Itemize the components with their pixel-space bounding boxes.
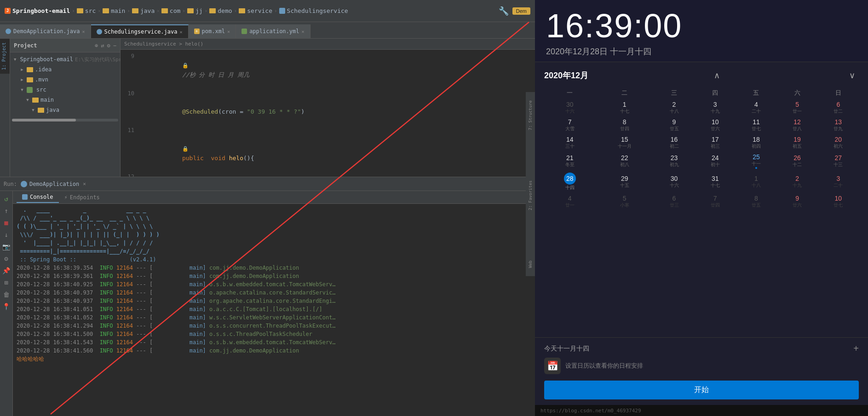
tree-java[interactable]: ▼ java: [10, 105, 120, 115]
cal-day-2-3[interactable]: 17初三: [695, 134, 736, 151]
cal-day-3-4[interactable]: 25十一: [736, 151, 776, 171]
console-body[interactable]: . ____ _ __ _ _ /\\ / ___'_ __ _ _(_)_ _…: [13, 204, 535, 416]
cal-day-3-2[interactable]: 23初九: [654, 151, 695, 171]
cal-day-1-6[interactable]: 13廿九: [818, 116, 859, 134]
cal-day-3-3[interactable]: 24初十: [695, 151, 736, 171]
cal-day-1-3[interactable]: 10廿六: [695, 116, 736, 134]
cal-day-3-6[interactable]: 27十三: [818, 151, 859, 171]
run-close-btn[interactable]: ✕: [83, 181, 86, 187]
run-camera-btn[interactable]: 📷: [1, 242, 11, 252]
console-tab-console[interactable]: Console: [17, 192, 59, 203]
cal-day-4-2[interactable]: 30十六: [654, 171, 695, 193]
cal-day-0-6[interactable]: 6廿二: [818, 99, 859, 116]
cal-day-5-6[interactable]: 10廿七: [818, 193, 859, 210]
cal-next-btn[interactable]: ∨: [845, 69, 859, 81]
cal-day-2-6[interactable]: 20初六: [818, 134, 859, 151]
run-layout-btn[interactable]: ⊞: [1, 277, 11, 288]
cal-day-5-5[interactable]: 9廿六: [777, 193, 818, 210]
cal-day-lunar: 十一: [736, 161, 776, 167]
today-add-btn[interactable]: +: [853, 343, 859, 354]
tree-minus-icon[interactable]: −: [113, 42, 116, 49]
cal-day-1-2[interactable]: 9廿五: [654, 116, 695, 134]
run-stop-btn[interactable]: ■: [1, 218, 11, 228]
tree-add-icon[interactable]: ⊕: [95, 42, 98, 49]
cal-day-1-0[interactable]: 7大雪: [544, 116, 596, 134]
cal-day-5-2[interactable]: 6廿三: [654, 193, 695, 210]
tree-scrollbar[interactable]: [10, 119, 120, 121]
console-banner-2: /\\ / ___'_ __ _ _(_)_ __ __ _ \ \ \ \: [17, 214, 531, 222]
tab-close-4[interactable]: ✕: [302, 29, 305, 34]
cal-day-3-5[interactable]: 26十二: [777, 151, 818, 171]
cal-day-2-2[interactable]: 16初二: [654, 134, 695, 151]
tree-main[interactable]: ▼ main: [10, 95, 120, 105]
run-pushpin-btn[interactable]: 📍: [1, 301, 11, 312]
kw-void-11: void: [211, 155, 225, 162]
line-content-10: @Scheduled(cron = "0 39 16 * * ?"): [139, 89, 535, 126]
cal-day-5-1[interactable]: 5小寒: [596, 193, 654, 210]
cal-day-2-4[interactable]: 18初四: [736, 134, 776, 151]
dem-button[interactable]: Dem: [512, 7, 530, 15]
tree-src[interactable]: ▼ src: [10, 85, 120, 95]
tree-sync-icon[interactable]: ⇄: [101, 42, 104, 49]
run-trash-btn[interactable]: 🗑: [1, 289, 11, 300]
cal-day-1-4[interactable]: 11廿七: [736, 116, 776, 134]
cal-day-0-1[interactable]: 1十七: [596, 99, 654, 116]
tab-demoapplication[interactable]: DemoApplication.java ✕: [0, 24, 91, 38]
tab-close-2[interactable]: ✕: [179, 29, 182, 35]
cal-day-3-0[interactable]: 21冬至: [544, 151, 596, 171]
cal-day-1-1[interactable]: 8廿四: [596, 116, 654, 134]
tab-schedulingservice[interactable]: Schedulingservice.java ✕: [91, 24, 189, 38]
cal-day-0-2[interactable]: 2十八: [654, 99, 695, 116]
tree-root[interactable]: ▼ Springboot-email E:\实习的代码\Springboot-e…: [10, 54, 120, 64]
cal-day-0-5[interactable]: 5廿一: [777, 99, 818, 116]
cal-day-4-5[interactable]: 2十九: [777, 171, 818, 193]
cal-day-4-0[interactable]: 28十四: [544, 171, 596, 193]
cal-day-1-5[interactable]: 12廿八: [777, 116, 818, 134]
tree-mvn[interactable]: ▶ .mvn: [10, 75, 120, 85]
favorites-tab[interactable]: 2: Favorites: [527, 177, 534, 214]
cal-day-0-4[interactable]: 4二十: [736, 99, 776, 116]
cal-day-4-1[interactable]: 29十五: [596, 171, 654, 193]
log-sep-11: --- [: [136, 347, 153, 355]
web-tab[interactable]: Web: [527, 257, 534, 272]
bc-src: src: [85, 7, 96, 14]
cal-day-0-3[interactable]: 3十九: [695, 99, 736, 116]
tab-close-3[interactable]: ✕: [227, 29, 230, 34]
cal-day-5-0[interactable]: 4廿一: [544, 193, 596, 210]
cal-day-3-1[interactable]: 22初八: [596, 151, 654, 171]
line-num-11: 11: [121, 126, 139, 172]
console-tab-endpoints[interactable]: ⚡ Endpoints: [59, 192, 105, 202]
cal-day-0-0[interactable]: 30十六: [544, 99, 596, 116]
tab-close-1[interactable]: ✕: [82, 29, 85, 34]
run-pin-btn[interactable]: 📌: [1, 266, 11, 276]
cal-day-lunar: 廿九: [819, 126, 858, 132]
cal-day-num: 10: [819, 195, 858, 202]
tree-java-label: java: [46, 107, 59, 113]
cal-day-4-6[interactable]: 3二十: [818, 171, 859, 193]
tab-pomxml[interactable]: m pom.xml ✕: [189, 24, 236, 38]
cal-day-lunar: 十七: [597, 108, 653, 115]
log-sep-10: --- [: [136, 338, 153, 347]
today-text: 设置日历以查看你的日程安排: [565, 362, 643, 370]
start-btn[interactable]: 开始: [544, 381, 859, 399]
cal-day-4-3[interactable]: 31十七: [695, 171, 736, 193]
run-down-btn[interactable]: ↓: [1, 230, 11, 240]
project-tab[interactable]: 1: Project: [0, 39, 10, 74]
tab-applicationyml[interactable]: application.yml ✕: [236, 24, 310, 38]
run-settings-btn[interactable]: ⚙: [1, 254, 11, 264]
cal-day-4-4[interactable]: 1十八: [736, 171, 776, 193]
run-restart-btn[interactable]: ↺: [1, 194, 11, 204]
cal-day-2-1[interactable]: 15十一月: [596, 134, 654, 151]
cal-prev-btn[interactable]: ∧: [710, 69, 724, 81]
cal-weekday-row: 一 二 三 四 五 六 日: [544, 87, 859, 99]
cal-week-1: 7大雪8廿四9廿五10廿六11廿七12廿八13廿九: [544, 116, 859, 134]
tree-idea[interactable]: ▶ .idea: [10, 64, 120, 75]
structure-tab[interactable]: 7: Structure: [527, 97, 534, 134]
cal-day-2-5[interactable]: 19初五: [777, 134, 818, 151]
cal-day-5-4[interactable]: 8廿五: [736, 193, 776, 210]
cal-day-5-3[interactable]: 7廿四: [695, 193, 736, 210]
code-area[interactable]: 9 🔒 //秒 分 时 日 月 周几 10 @Scheduled(cron = …: [121, 50, 535, 177]
tree-settings-icon[interactable]: ⚙: [107, 42, 110, 49]
run-up-btn[interactable]: ↑: [1, 206, 11, 216]
cal-day-2-0[interactable]: 14三十: [544, 134, 596, 151]
